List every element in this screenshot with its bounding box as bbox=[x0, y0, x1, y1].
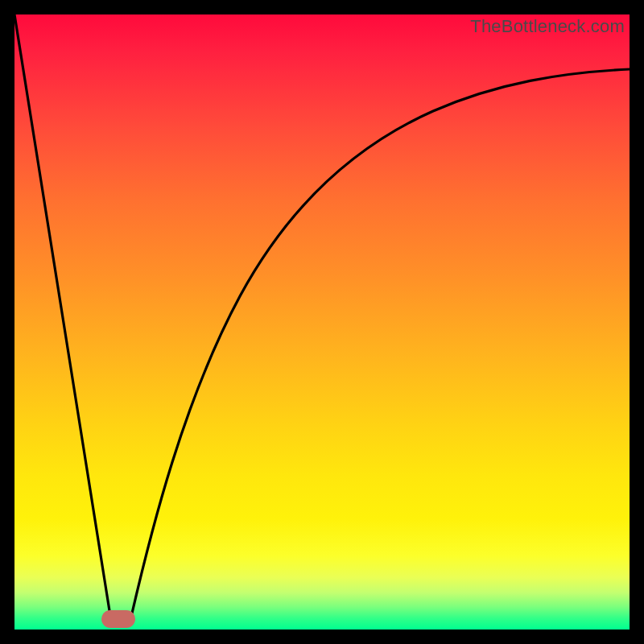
chart-frame: TheBottleneck.com bbox=[14, 14, 630, 630]
bottleneck-curve bbox=[14, 14, 630, 630]
curve-left-branch bbox=[14, 14, 110, 616]
curve-right-branch bbox=[131, 69, 630, 617]
optimal-marker bbox=[101, 610, 135, 628]
